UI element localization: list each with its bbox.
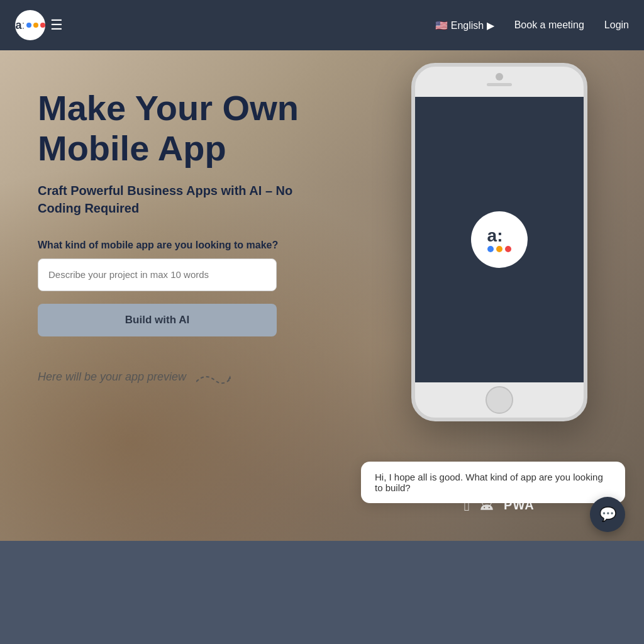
phone-camera — [496, 73, 503, 80]
dot-yellow — [33, 23, 38, 28]
book-meeting-link[interactable]: Book a meeting — [514, 19, 584, 31]
bottom-section — [0, 541, 644, 644]
phone-home-button — [486, 386, 513, 414]
hero-section: Make Your Own Mobile App Craft Powerful … — [0, 50, 644, 541]
hero-subtitle: Craft Powerful Business Apps with AI – N… — [38, 182, 329, 217]
login-link[interactable]: Login — [604, 19, 629, 31]
project-description-input[interactable] — [38, 258, 277, 291]
arrow-icon — [196, 369, 234, 388]
chat-button-icon: 💬 — [599, 506, 616, 523]
logo-icon: a : — [15, 10, 45, 40]
build-with-ai-button[interactable]: Build with AI — [38, 304, 277, 336]
app-logo-phone: a: — [471, 211, 528, 268]
preview-text: Here will be your app preview — [38, 370, 186, 384]
language-selector[interactable]: 🇺🇸 English ▶ — [435, 19, 494, 31]
nav-right: 🇺🇸 English ▶ Book a meeting Login — [435, 19, 629, 31]
preview-hint: Here will be your app preview — [38, 367, 329, 388]
chat-bubble: Hi, I hope all is good. What kind of app… — [361, 462, 625, 503]
phone-mockup: a: — [411, 63, 587, 421]
hero-title: Make Your Own Mobile App — [38, 88, 329, 169]
phone-speaker — [487, 83, 512, 86]
dot-red — [40, 23, 45, 28]
hero-question: What kind of mobile app are you looking … — [38, 240, 329, 251]
chat-message: Hi, I hope all is good. What kind of app… — [375, 472, 603, 493]
svg-marker-0 — [228, 375, 231, 380]
phone-screen: a: — [415, 97, 584, 382]
hamburger-menu-icon[interactable]: ☰ — [50, 17, 63, 33]
navbar: a : ☰ 🇺🇸 English ▶ Book a meeting Login — [0, 0, 644, 50]
dot-blue — [26, 23, 31, 28]
logo[interactable]: a : — [15, 10, 45, 40]
hero-left: Make Your Own Mobile App Craft Powerful … — [0, 50, 354, 541]
chat-open-button[interactable]: 💬 — [590, 497, 625, 532]
